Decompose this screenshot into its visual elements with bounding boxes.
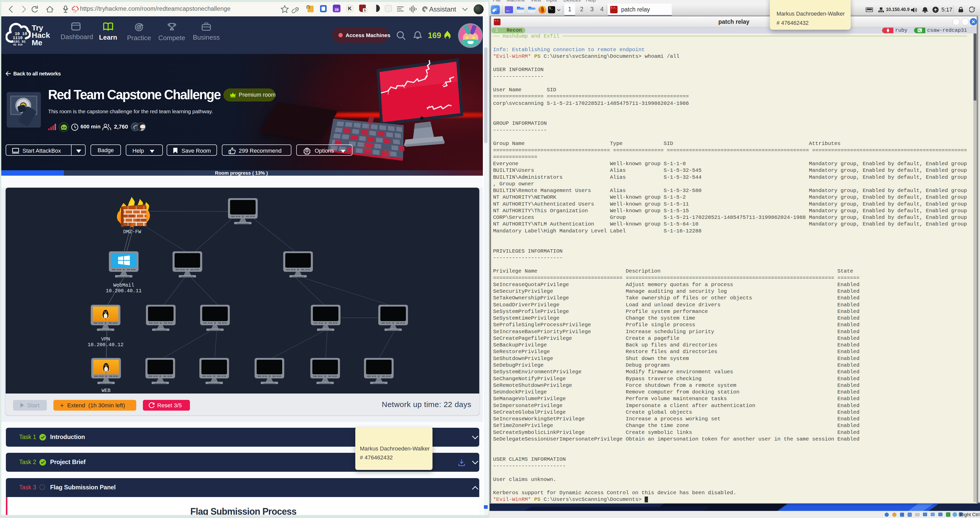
svg-text:0101 01: 0101 01 [12,40,26,44]
svg-text:WEB: WEB [102,388,110,394]
svg-text:10.200.40.11: 10.200.40.11 [106,288,142,294]
svg-text:1.0: 1.0 [73,11,76,13]
svg-text:VPN: VPN [101,336,110,342]
svg-text:WebMail: WebMail [113,282,134,288]
svg-text:10.200.40.12: 10.200.40.12 [88,342,124,348]
svg-text:DMZ-FW: DMZ-FW [123,229,142,235]
svg-text:01 010: 01 010 [13,43,22,46]
